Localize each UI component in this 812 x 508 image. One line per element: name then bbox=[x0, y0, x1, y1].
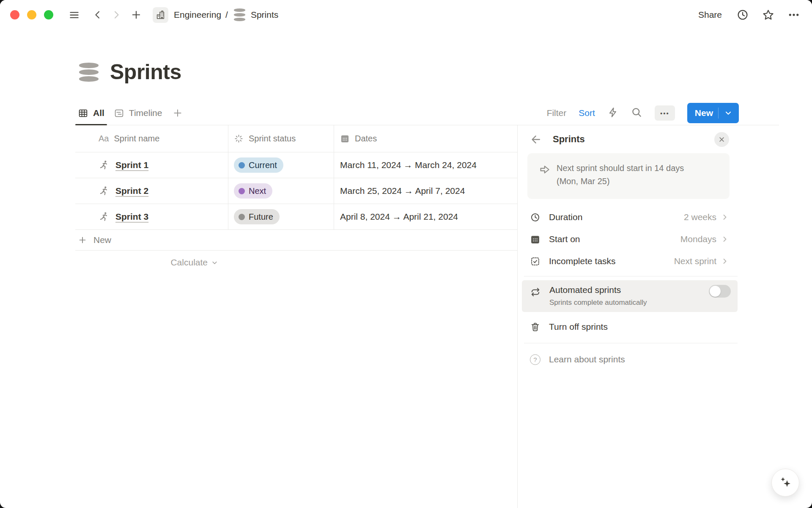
cell-sprint-name[interactable]: Sprint 2 bbox=[75, 178, 228, 204]
breadcrumb-database-icon bbox=[234, 8, 245, 21]
plus-icon bbox=[78, 235, 87, 245]
filter-button[interactable]: Filter bbox=[547, 108, 567, 118]
favorite-star-icon[interactable] bbox=[762, 8, 775, 22]
sprint-page-link[interactable]: Sprint 1 bbox=[115, 160, 148, 170]
status-dot bbox=[239, 188, 245, 194]
timeline-view-icon bbox=[114, 108, 124, 119]
sparkles-icon bbox=[779, 476, 792, 489]
new-entry-button[interactable]: New bbox=[687, 103, 739, 123]
clock-icon bbox=[530, 212, 540, 223]
chevron-right-icon bbox=[721, 213, 729, 221]
forward-icon[interactable] bbox=[111, 10, 121, 20]
close-panel-button[interactable] bbox=[714, 132, 729, 147]
learn-about-sprints-row[interactable]: ? Learn about sprints bbox=[530, 347, 729, 372]
calculate-control[interactable]: Calculate bbox=[75, 251, 228, 274]
sprint-page-link[interactable]: Sprint 2 bbox=[115, 186, 148, 196]
updates-clock-icon[interactable] bbox=[736, 8, 749, 21]
minimize-window-button[interactable] bbox=[27, 10, 36, 19]
status-pill[interactable]: Future bbox=[234, 209, 280, 224]
dashed-checkbox-icon bbox=[530, 256, 540, 267]
automated-sprints-description: Sprints complete automatically bbox=[549, 298, 647, 307]
runner-icon bbox=[99, 211, 110, 222]
runner-icon bbox=[99, 185, 110, 196]
turn-off-sprints-label: Turn off sprints bbox=[549, 322, 608, 332]
back-icon[interactable] bbox=[93, 10, 103, 20]
table-row: Sprint 2 Next March 25, 2024 → April 7, … bbox=[75, 178, 517, 204]
status-pill[interactable]: Next bbox=[234, 183, 272, 199]
sidebar-menu-icon[interactable] bbox=[69, 9, 80, 21]
status-burst-icon bbox=[234, 134, 244, 144]
chevron-down-icon bbox=[211, 259, 218, 266]
add-row-button[interactable]: New bbox=[75, 230, 517, 251]
status-pill[interactable]: Current bbox=[234, 157, 283, 173]
column-header-sprint-name[interactable]: Aa Sprint name bbox=[75, 125, 228, 152]
cell-dates[interactable]: March 11, 2024 → March 24, 2024 bbox=[334, 152, 517, 178]
app-window: Engineering / Sprints Share Sprints bbox=[0, 0, 812, 508]
automated-sprints-toggle[interactable] bbox=[709, 285, 731, 298]
cell-sprint-status[interactable]: Next bbox=[228, 178, 334, 204]
panel-divider bbox=[524, 276, 738, 276]
cell-sprint-status[interactable]: Current bbox=[228, 152, 334, 178]
share-button[interactable]: Share bbox=[698, 10, 722, 20]
ai-assistant-button[interactable] bbox=[771, 469, 799, 497]
breadcrumb-separator: / bbox=[225, 10, 228, 20]
automated-sprints-row[interactable]: Automated sprints Sprints complete autom… bbox=[522, 280, 738, 312]
cell-dates[interactable]: March 25, 2024 → April 7, 2024 bbox=[334, 178, 517, 204]
sort-button[interactable]: Sort bbox=[579, 108, 595, 118]
sprints-table: Aa Sprint name Sprint status Dates bbox=[75, 125, 517, 274]
close-window-button[interactable] bbox=[10, 10, 19, 19]
column-header-dates[interactable]: Dates bbox=[334, 125, 517, 152]
chevron-down-icon[interactable] bbox=[724, 108, 733, 118]
sprint-page-link[interactable]: Sprint 3 bbox=[115, 212, 148, 222]
window-controls bbox=[10, 10, 53, 19]
view-controls: Filter Sort ••• New bbox=[547, 103, 739, 123]
turn-off-sprints-row[interactable]: Turn off sprints bbox=[530, 315, 729, 339]
status-label: Future bbox=[249, 212, 273, 222]
page-header: Sprints bbox=[79, 60, 181, 84]
table-header-row: Aa Sprint name Sprint status Dates bbox=[75, 125, 517, 152]
search-icon[interactable] bbox=[631, 107, 642, 120]
toggle-knob bbox=[710, 286, 721, 297]
setting-value: Next sprint bbox=[674, 256, 716, 266]
column-header-sprint-status[interactable]: Sprint status bbox=[228, 125, 334, 152]
setting-duration[interactable]: Duration 2 weeks bbox=[530, 206, 729, 228]
new-page-plus-icon[interactable] bbox=[131, 9, 142, 20]
setting-start-on[interactable]: Start on Mondays bbox=[530, 228, 729, 250]
breadcrumb-workspace[interactable]: Engineering bbox=[174, 10, 221, 20]
add-row-label: New bbox=[93, 235, 111, 245]
more-options-icon[interactable] bbox=[787, 8, 800, 21]
automations-lightning-icon[interactable] bbox=[607, 107, 619, 120]
close-icon bbox=[718, 135, 726, 144]
tab-timeline[interactable]: Timeline bbox=[111, 101, 165, 125]
next-sprint-callout: Next sprint should start in 14 days (Mon… bbox=[527, 153, 730, 199]
cell-sprint-status[interactable]: Future bbox=[228, 204, 334, 229]
column-label: Dates bbox=[355, 134, 377, 144]
zoom-window-button[interactable] bbox=[44, 10, 53, 19]
callout-text: Next sprint should start in 14 days (Mon… bbox=[557, 162, 684, 188]
page-database-icon[interactable] bbox=[79, 63, 99, 82]
cell-sprint-name[interactable]: Sprint 1 bbox=[75, 152, 228, 178]
tab-all[interactable]: All bbox=[75, 101, 107, 125]
back-arrow-icon[interactable] bbox=[530, 133, 542, 146]
setting-value: Mondays bbox=[680, 234, 716, 244]
status-label: Next bbox=[249, 186, 266, 196]
new-button-divider bbox=[718, 108, 719, 119]
setting-label: Start on bbox=[549, 234, 580, 244]
panel-header: Sprints bbox=[530, 125, 729, 153]
panel-divider bbox=[524, 343, 738, 343]
tab-timeline-label: Timeline bbox=[129, 108, 162, 118]
calculate-label: Calculate bbox=[170, 257, 208, 268]
cell-sprint-name[interactable]: Sprint 3 bbox=[75, 204, 228, 229]
new-entry-label: New bbox=[695, 108, 713, 118]
view-options-icon[interactable]: ••• bbox=[655, 105, 675, 121]
view-toolbar: All Timeline Filter Sort ••• New bbox=[75, 101, 779, 125]
trash-icon bbox=[530, 322, 540, 332]
workspace-building-icon[interactable] bbox=[153, 7, 168, 23]
breadcrumb-page[interactable]: Sprints bbox=[251, 10, 278, 20]
cell-dates[interactable]: April 8, 2024 → April 21, 2024 bbox=[334, 204, 517, 229]
add-view-plus-icon[interactable] bbox=[172, 108, 183, 119]
setting-incomplete-tasks[interactable]: Incomplete tasks Next sprint bbox=[530, 250, 729, 272]
top-bar: Engineering / Sprints Share bbox=[0, 0, 812, 30]
sprints-settings-panel: Sprints Next sprint should start in 14 d… bbox=[517, 125, 740, 508]
panel-title: Sprints bbox=[553, 134, 585, 145]
